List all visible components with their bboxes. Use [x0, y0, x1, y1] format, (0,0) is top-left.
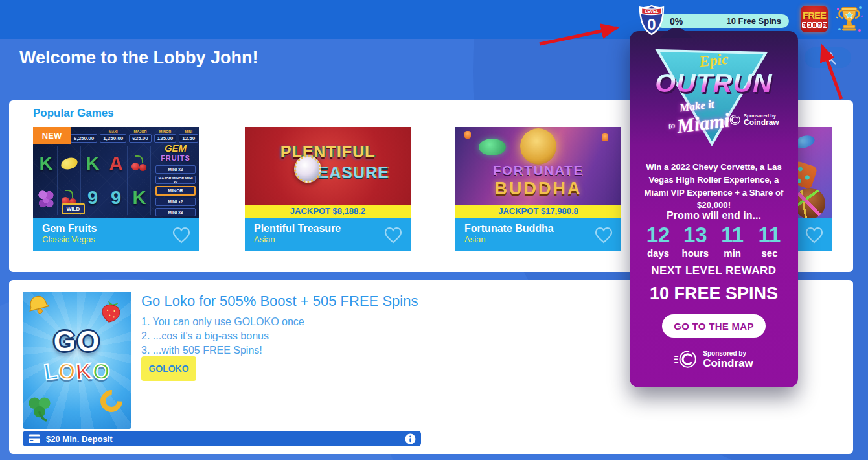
info-icon[interactable]	[405, 433, 416, 444]
coindraw-logo-icon	[674, 349, 698, 370]
countdown-min: 11	[718, 224, 747, 246]
countdown-days: 12	[644, 224, 672, 246]
buddha-art	[520, 128, 556, 165]
favorite-heart-icon[interactable]	[172, 226, 191, 244]
countdown: 12days 13hours 11min 11sec	[644, 224, 784, 259]
game-card-fortunate-buddha[interactable]: FORTUNATE BUDDHA JACKPOT $17,980.8 Fortu…	[455, 127, 621, 251]
level-shield-icon: LEVEL 0	[639, 5, 665, 36]
game-art: PLENTIFUL TREASURE JACKPOT $8,188.2	[245, 127, 411, 218]
pearl-art	[294, 155, 321, 183]
goloko-button[interactable]: GOLOKO	[141, 356, 196, 381]
horseshoe-art	[96, 385, 127, 417]
game-card-plentiful-treasure[interactable]: PLENTIFUL TREASURE JACKPOT $8,188.2 Plen…	[245, 127, 411, 251]
free-spins-icon[interactable]: FREE SPINS	[801, 6, 828, 32]
countdown-hours: 13	[681, 224, 709, 246]
go-to-map-button[interactable]: GO TO THE MAP	[662, 314, 766, 338]
svg-text:LEVEL: LEVEL	[645, 9, 659, 14]
sponsor-mark: Sponsored by Coindraw	[727, 113, 779, 127]
goloko-rules-list: 1. You can only use GOLOKO once 2. ...co…	[141, 315, 304, 358]
jackpot-amount: JACKPOT $8,188.2	[245, 205, 411, 218]
jackpot-amount: JACKPOT $17,980.8	[455, 205, 621, 218]
favorite-heart-icon[interactable]	[594, 226, 613, 244]
favorite-heart-icon[interactable]	[805, 226, 824, 244]
strawberry-art	[95, 294, 128, 327]
turtle-art	[479, 139, 506, 155]
trophy-icon[interactable]	[834, 5, 864, 34]
new-badge: NEW	[33, 127, 71, 144]
section-title-popular-games: Popular Games	[33, 107, 114, 120]
reward-value: 10 FREE SPINS	[630, 284, 798, 304]
level-badge[interactable]: LEVEL 0	[639, 5, 665, 36]
sponsor-mark: Sponsored by Coindraw	[630, 349, 798, 370]
rule-item: 1. You can only use GOLOKO once	[141, 315, 304, 329]
game-card-footer: Fortunate Buddha Asian	[455, 218, 621, 251]
rule-item: 2. ...cos it's a big-ass bonus	[141, 329, 304, 343]
goloko-promo-image[interactable]: GO LOKO	[23, 292, 131, 429]
next-level-reward-label: NEXT LEVEL REWARD	[630, 264, 798, 277]
clover-art	[25, 394, 54, 422]
goloko-offer-title: Go Loko for 505% Boost + 505 FREE Spins	[141, 293, 418, 310]
min-deposit-bar: $20 Min. Deposit	[23, 431, 421, 446]
goloko-art-word: GO	[23, 325, 131, 358]
countdown-sec: 11	[755, 224, 784, 246]
game-art: NEW 6,250.00 MAXI1,250.00 MAJOR625.00 MI…	[33, 127, 199, 218]
coindraw-logo-icon	[727, 113, 741, 126]
favorite-heart-icon[interactable]	[383, 226, 403, 244]
search-button[interactable]	[805, 47, 851, 68]
game-card-gem-fruits[interactable]: NEW 6,250.00 MAXI1,250.00 MAJOR625.00 MI…	[33, 127, 199, 251]
promo-popover: Epic OUTRUN Make it toMiami Sponsored by…	[630, 31, 798, 387]
promo-prize-text: Win a 2022 Chevy Corvette, a Las Vegas H…	[639, 161, 788, 212]
svg-text:0: 0	[647, 16, 656, 33]
search-icon	[821, 50, 838, 67]
progress-reward-label: 10 Free Spins	[726, 16, 781, 26]
level-progress-bar[interactable]: 0% 10 Free Spins	[656, 14, 789, 28]
page-title: Welcome to the Lobby John!	[19, 48, 258, 68]
progress-percent: 0%	[670, 16, 683, 27]
min-deposit-label: $20 Min. Deposit	[46, 434, 405, 444]
rule-item: 3. ...with 505 FREE Spins!	[141, 343, 304, 358]
credit-card-icon	[28, 433, 41, 444]
countdown-title: Promo will end in...	[630, 210, 798, 222]
promo-art-outrun: OUTRUN	[630, 68, 798, 98]
game-card-footer: Plentiful Treasure Asian	[245, 218, 411, 251]
game-art: FORTUNATE BUDDHA JACKPOT $17,980.8	[455, 127, 621, 218]
game-card-footer: Gem Fruits Classic Vegas	[33, 218, 199, 251]
casino-lobby-page: Welcome to the Lobby John! 0% 10 Free Sp…	[0, 0, 868, 460]
bell-art	[24, 292, 54, 321]
goloko-art-word: LOKO	[23, 359, 131, 384]
